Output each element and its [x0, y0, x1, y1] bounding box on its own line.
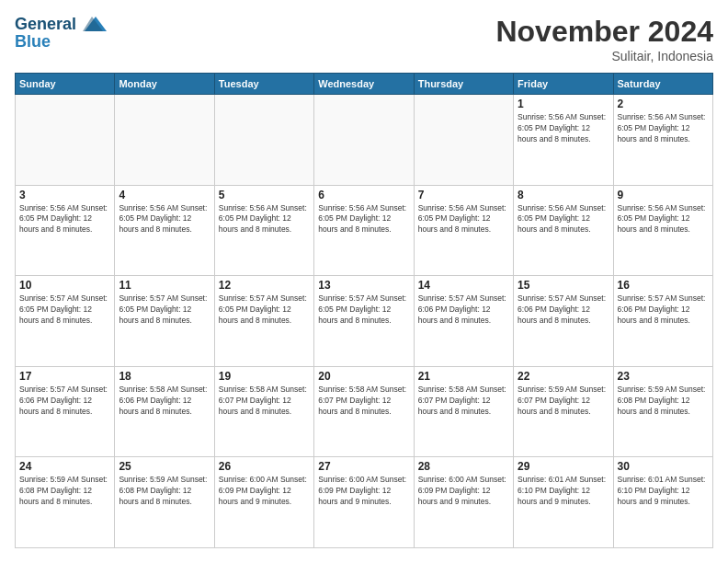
weekday-monday: Monday [115, 74, 214, 95]
month-title: November 2024 [495, 15, 713, 49]
empty-cell [314, 95, 414, 186]
day-cell-24: 24Sunrise: 5:59 AM Sunset: 6:08 PM Dayli… [16, 457, 115, 548]
logo-icon [83, 15, 108, 35]
week-row-3: 10Sunrise: 5:57 AM Sunset: 6:05 PM Dayli… [16, 276, 713, 367]
day-cell-30: 30Sunrise: 6:01 AM Sunset: 6:10 PM Dayli… [613, 457, 712, 548]
day-info: Sunrise: 6:00 AM Sunset: 6:09 PM Dayligh… [418, 475, 509, 508]
day-number: 21 [418, 370, 509, 383]
day-cell-19: 19Sunrise: 5:58 AM Sunset: 6:07 PM Dayli… [214, 366, 313, 457]
day-number: 26 [219, 460, 310, 473]
day-info: Sunrise: 6:00 AM Sunset: 6:09 PM Dayligh… [219, 475, 310, 508]
day-cell-3: 3Sunrise: 5:56 AM Sunset: 6:05 PM Daylig… [16, 185, 115, 276]
day-info: Sunrise: 5:57 AM Sunset: 6:06 PM Dayligh… [518, 293, 609, 327]
day-cell-17: 17Sunrise: 5:57 AM Sunset: 6:06 PM Dayli… [16, 366, 115, 457]
week-row-4: 17Sunrise: 5:57 AM Sunset: 6:06 PM Dayli… [16, 366, 713, 457]
day-number: 10 [19, 279, 110, 292]
day-cell-22: 22Sunrise: 5:59 AM Sunset: 6:07 PM Dayli… [514, 366, 613, 457]
day-number: 24 [19, 460, 110, 473]
day-info: Sunrise: 5:56 AM Sunset: 6:05 PM Dayligh… [119, 203, 210, 236]
day-number: 9 [618, 189, 709, 201]
calendar-table: SundayMondayTuesdayWednesdayThursdayFrid… [15, 73, 713, 548]
day-info: Sunrise: 5:57 AM Sunset: 6:06 PM Dayligh… [618, 293, 709, 327]
weekday-thursday: Thursday [414, 74, 513, 95]
day-info: Sunrise: 5:56 AM Sunset: 6:05 PM Dayligh… [219, 203, 310, 236]
day-info: Sunrise: 5:59 AM Sunset: 6:08 PM Dayligh… [119, 475, 210, 508]
day-cell-5: 5Sunrise: 5:56 AM Sunset: 6:05 PM Daylig… [214, 185, 313, 276]
location: Sulitair, Indonesia [495, 49, 713, 63]
day-number: 1 [518, 98, 609, 110]
week-row-1: 1Sunrise: 5:56 AM Sunset: 6:05 PM Daylig… [16, 95, 713, 186]
day-number: 28 [418, 460, 509, 473]
day-number: 22 [518, 370, 609, 383]
day-number: 19 [219, 370, 310, 383]
day-info: Sunrise: 5:58 AM Sunset: 6:07 PM Dayligh… [219, 385, 310, 418]
week-row-5: 24Sunrise: 5:59 AM Sunset: 6:08 PM Dayli… [16, 457, 713, 548]
day-number: 29 [518, 460, 609, 473]
day-number: 11 [119, 279, 210, 292]
day-cell-9: 9Sunrise: 5:56 AM Sunset: 6:05 PM Daylig… [613, 185, 712, 276]
day-info: Sunrise: 5:57 AM Sunset: 6:05 PM Dayligh… [318, 293, 409, 327]
weekday-sunday: Sunday [16, 74, 115, 95]
day-info: Sunrise: 6:01 AM Sunset: 6:10 PM Dayligh… [518, 475, 609, 508]
day-number: 17 [19, 370, 110, 383]
day-number: 14 [418, 279, 509, 292]
day-info: Sunrise: 5:57 AM Sunset: 6:05 PM Dayligh… [19, 293, 110, 327]
day-number: 3 [19, 189, 110, 201]
empty-cell [214, 95, 313, 186]
day-number: 16 [618, 279, 709, 292]
day-number: 30 [618, 460, 709, 473]
day-number: 18 [119, 370, 210, 383]
day-info: Sunrise: 5:58 AM Sunset: 6:07 PM Dayligh… [418, 385, 509, 418]
day-info: Sunrise: 5:56 AM Sunset: 6:05 PM Dayligh… [418, 203, 509, 236]
day-number: 8 [518, 189, 609, 201]
day-cell-20: 20Sunrise: 5:58 AM Sunset: 6:07 PM Dayli… [314, 366, 414, 457]
title-block: November 2024 Sulitair, Indonesia [495, 15, 713, 63]
day-number: 4 [119, 189, 210, 201]
header: General Blue November 2024 Sulitair, Ind… [15, 15, 713, 63]
day-cell-4: 4Sunrise: 5:56 AM Sunset: 6:05 PM Daylig… [115, 185, 214, 276]
day-number: 27 [318, 460, 409, 473]
weekday-friday: Friday [514, 74, 613, 95]
empty-cell [115, 95, 214, 186]
day-cell-11: 11Sunrise: 5:57 AM Sunset: 6:05 PM Dayli… [115, 276, 214, 367]
empty-cell [414, 95, 513, 186]
day-info: Sunrise: 5:56 AM Sunset: 6:05 PM Dayligh… [318, 203, 409, 236]
logo-blue: Blue [15, 33, 110, 52]
day-info: Sunrise: 5:56 AM Sunset: 6:05 PM Dayligh… [618, 112, 709, 145]
day-cell-1: 1Sunrise: 5:56 AM Sunset: 6:05 PM Daylig… [514, 95, 613, 186]
day-cell-25: 25Sunrise: 5:59 AM Sunset: 6:08 PM Dayli… [115, 457, 214, 548]
weekday-saturday: Saturday [613, 74, 712, 95]
day-cell-18: 18Sunrise: 5:58 AM Sunset: 6:06 PM Dayli… [115, 366, 214, 457]
day-info: Sunrise: 5:58 AM Sunset: 6:06 PM Dayligh… [119, 385, 210, 418]
day-cell-13: 13Sunrise: 5:57 AM Sunset: 6:05 PM Dayli… [314, 276, 414, 367]
day-cell-14: 14Sunrise: 5:57 AM Sunset: 6:06 PM Dayli… [414, 276, 513, 367]
day-cell-26: 26Sunrise: 6:00 AM Sunset: 6:09 PM Dayli… [214, 457, 313, 548]
day-info: Sunrise: 5:59 AM Sunset: 6:07 PM Dayligh… [518, 385, 609, 418]
day-info: Sunrise: 6:00 AM Sunset: 6:09 PM Dayligh… [318, 475, 409, 508]
day-number: 25 [119, 460, 210, 473]
day-cell-7: 7Sunrise: 5:56 AM Sunset: 6:05 PM Daylig… [414, 185, 513, 276]
day-info: Sunrise: 6:01 AM Sunset: 6:10 PM Dayligh… [618, 475, 709, 508]
day-info: Sunrise: 5:56 AM Sunset: 6:05 PM Dayligh… [518, 112, 609, 145]
day-cell-16: 16Sunrise: 5:57 AM Sunset: 6:06 PM Dayli… [613, 276, 712, 367]
day-info: Sunrise: 5:57 AM Sunset: 6:05 PM Dayligh… [219, 293, 310, 327]
day-cell-12: 12Sunrise: 5:57 AM Sunset: 6:05 PM Dayli… [214, 276, 313, 367]
day-number: 12 [219, 279, 310, 292]
day-info: Sunrise: 5:59 AM Sunset: 6:08 PM Dayligh… [19, 475, 110, 508]
week-row-2: 3Sunrise: 5:56 AM Sunset: 6:05 PM Daylig… [16, 185, 713, 276]
day-info: Sunrise: 5:56 AM Sunset: 6:05 PM Dayligh… [19, 203, 110, 236]
day-cell-27: 27Sunrise: 6:00 AM Sunset: 6:09 PM Dayli… [314, 457, 414, 548]
day-cell-23: 23Sunrise: 5:59 AM Sunset: 6:08 PM Dayli… [613, 366, 712, 457]
day-cell-2: 2Sunrise: 5:56 AM Sunset: 6:05 PM Daylig… [613, 95, 712, 186]
day-cell-28: 28Sunrise: 6:00 AM Sunset: 6:09 PM Dayli… [414, 457, 513, 548]
day-cell-10: 10Sunrise: 5:57 AM Sunset: 6:05 PM Dayli… [16, 276, 115, 367]
day-number: 23 [618, 370, 709, 383]
weekday-header-row: SundayMondayTuesdayWednesdayThursdayFrid… [16, 74, 713, 95]
logo: General Blue [15, 15, 110, 52]
weekday-tuesday: Tuesday [214, 74, 313, 95]
day-number: 5 [219, 189, 310, 201]
day-number: 7 [418, 189, 509, 201]
day-info: Sunrise: 5:56 AM Sunset: 6:05 PM Dayligh… [618, 203, 709, 236]
day-cell-29: 29Sunrise: 6:01 AM Sunset: 6:10 PM Dayli… [514, 457, 613, 548]
day-info: Sunrise: 5:56 AM Sunset: 6:05 PM Dayligh… [518, 203, 609, 236]
